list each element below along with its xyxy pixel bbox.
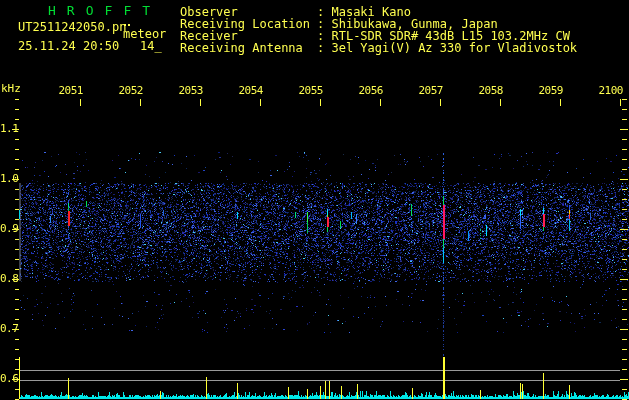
- time-tick-label: 2100: [597, 85, 623, 97]
- freq-tick-label: 0.7: [0, 323, 17, 335]
- app-title: H R O F F T: [48, 4, 152, 17]
- info-separator: :: [317, 41, 331, 55]
- time-tick-label: 2051: [57, 85, 83, 97]
- freq-tick-label: 0.9: [0, 223, 17, 235]
- freq-tick-label: 1.1: [0, 123, 17, 135]
- datetime-label: 25.11.24 20:50: [18, 40, 119, 53]
- time-tick-label: 2054: [237, 85, 263, 97]
- time-tick-label: 2059: [537, 85, 563, 97]
- time-tick-label: 2052: [117, 85, 143, 97]
- echo-count: 14_: [140, 40, 162, 53]
- time-tick-label: 2055: [297, 85, 323, 97]
- freq-tick-label: 0.6: [0, 373, 17, 385]
- freq-tick-label: 1.0: [0, 173, 17, 185]
- time-tick-label: 2057: [417, 85, 443, 97]
- freq-tick-label: 0.8: [0, 273, 17, 285]
- time-tick-label: 2053: [177, 85, 203, 97]
- time-tick-label: 2058: [477, 85, 503, 97]
- hrofft-screen: H R O F F T UT2511242050.pn meteor 25.11…: [0, 0, 629, 400]
- time-tick-label: 2056: [357, 85, 383, 97]
- station-info-block: Observer: Masaki Kano Receiving Location…: [180, 6, 577, 54]
- info-value: 3el Yagi(V) Az 330 for Vladivostok: [331, 41, 577, 55]
- spectrogram-canvas: [0, 0, 629, 400]
- info-label: Receiving Antenna: [180, 42, 317, 54]
- output-filename: UT2511242050.pn: [18, 21, 126, 34]
- info-row-antenna: Receiving Antenna: 3el Yagi(V) Az 330 fo…: [180, 42, 577, 54]
- freq-axis-unit: kHz: [1, 82, 21, 95]
